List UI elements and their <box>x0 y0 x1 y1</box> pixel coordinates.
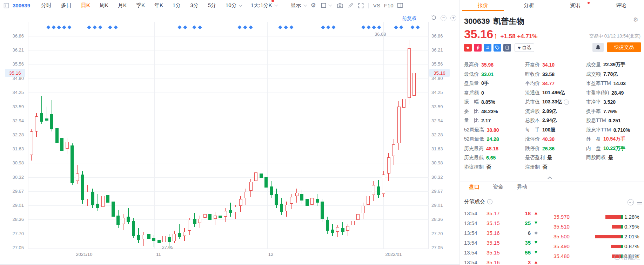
quote-field-label: 52周最低 <box>464 136 484 142</box>
period-tab-月K[interactable]: 月K <box>118 2 127 9</box>
quote-field-label: 股息TTM <box>586 117 606 124</box>
f10-button[interactable]: F10 <box>384 2 394 8</box>
candle <box>408 48 411 98</box>
subtab-异动[interactable]: 异动 <box>517 184 527 195</box>
period-tab-分时[interactable]: 分时 <box>41 2 52 9</box>
candle <box>137 235 140 240</box>
subtab-盘口[interactable]: 盘口 <box>469 184 479 195</box>
panel-tab-报价[interactable]: 报价 <box>460 0 506 11</box>
period-tab-季K[interactable]: 季K <box>136 2 145 9</box>
period-tab-多日[interactable]: 多日 <box>61 2 72 9</box>
candle <box>76 174 79 181</box>
display-dropdown[interactable]: 显示 <box>291 2 306 9</box>
x-axis-label: 2021/10 <box>76 252 93 257</box>
panel-tab-分析[interactable]: 分析 <box>506 0 552 11</box>
price-adjust-mode[interactable]: 前复权 <box>402 15 417 22</box>
quote-field-label: 成交量 <box>586 62 601 68</box>
candle <box>362 206 365 213</box>
toolbar-divider <box>246 3 246 8</box>
quote-field: 协议控制否 <box>464 163 499 172</box>
y-axis-label: 31.63 <box>431 146 453 151</box>
stock-code-toolbar[interactable]: 300639 <box>13 2 30 8</box>
panel-settings-gear-icon[interactable]: ⚙ <box>633 16 638 23</box>
quick-trade-button[interactable]: 快捷交易 <box>607 42 641 52</box>
more-options-icon[interactable] <box>628 199 634 205</box>
quote-field: 平均价34.77 <box>525 79 569 88</box>
quote-field: 盘后量0手 <box>464 79 499 88</box>
quote-field-value: 101.496亿 <box>542 90 565 96</box>
h-gridline <box>28 219 429 220</box>
y-axis-label: 29.01 <box>431 203 453 208</box>
candle <box>356 214 360 219</box>
layout-select-icon[interactable] <box>321 3 331 8</box>
draw-pencil-icon[interactable] <box>348 3 353 8</box>
quote-field-value: 7.78亿 <box>603 71 618 77</box>
candlestick-chart[interactable]: 36.8636.8636.2136.2135.5635.5634.9034.90… <box>0 11 459 265</box>
undo-icon[interactable] <box>431 15 437 21</box>
add-watchlist-button[interactable]: ♥ 自选 <box>515 43 534 52</box>
window-layout-icon[interactable] <box>4 3 9 8</box>
y-axis-label: 32.28 <box>431 132 453 137</box>
h-gridline <box>28 205 429 206</box>
side-panel-toggle-icon[interactable] <box>397 3 403 8</box>
candle <box>321 202 324 219</box>
cn-market-flag-icon: ★ <box>464 44 472 52</box>
volume-bar-buy-tip <box>621 225 623 229</box>
h-gridline <box>28 248 429 248</box>
chevron-down-icon <box>328 3 332 7</box>
vs-compare-button[interactable]: VS <box>373 2 381 8</box>
compare-interval-dropdown[interactable]: 1天:1分K <box>251 2 277 9</box>
level-percent: 0.87% <box>624 243 639 249</box>
quote-field-value: 48.23% <box>481 109 498 114</box>
subtab-资金[interactable]: 资金 <box>493 184 503 195</box>
screenshot-camera-icon[interactable] <box>337 3 343 8</box>
zoom-in-icon[interactable]: + <box>450 15 456 21</box>
x-axis-label: 12 <box>268 252 273 257</box>
period-tab-日K[interactable]: 日K <box>81 2 90 9</box>
alert-bell-button[interactable] <box>592 43 604 52</box>
period-tab-3分[interactable]: 3分 <box>190 2 198 9</box>
divider <box>460 195 644 195</box>
period-tab-1分[interactable]: 1分 <box>173 2 181 9</box>
tick-volume: 35 <box>511 240 531 246</box>
price-up-arrow-icon: ↑ <box>494 31 498 40</box>
quote-field-label: 协议控制 <box>464 164 484 170</box>
candle <box>40 113 43 122</box>
list-view-icon[interactable] <box>637 200 642 205</box>
zoom-out-icon[interactable]: − <box>441 15 447 21</box>
quote-field: 涨停价40.30 <box>525 135 569 144</box>
panel-tab-资讯[interactable]: 资讯 <box>552 0 598 11</box>
period-tab-10分[interactable]: 10分 <box>226 2 241 9</box>
period-tab-年K[interactable]: 年K <box>154 2 163 9</box>
info-icon[interactable]: i <box>487 199 492 204</box>
tick-volume: 3 <box>511 259 531 265</box>
chevron-down-icon <box>239 3 242 7</box>
fullscreen-expand-icon[interactable] <box>358 3 364 8</box>
candle <box>341 228 344 231</box>
tick-direction-icon <box>531 241 541 244</box>
quote-field-value: 0.251 <box>609 118 621 123</box>
candle <box>382 175 385 194</box>
candle <box>147 234 150 239</box>
chart-settings-gear-icon[interactable]: ⚙ <box>311 2 316 8</box>
h-gridline <box>28 36 429 36</box>
tick-trades-list[interactable]: 13:5435.171813:5435.152513:5435.16613:54… <box>464 208 556 265</box>
period-tab-5分[interactable]: 5分 <box>208 2 216 9</box>
candle <box>183 232 186 236</box>
more-detail-icon[interactable] <box>564 100 569 105</box>
panel-tab-评论[interactable]: 评论 <box>598 0 644 11</box>
candle <box>377 186 380 195</box>
h-gridline <box>28 64 429 64</box>
collapse-grid-button[interactable] <box>548 175 551 182</box>
period-tab-周K[interactable]: 周K <box>100 2 108 9</box>
quote-field-value: 100股 <box>542 127 555 133</box>
tick-direction-icon <box>531 261 541 264</box>
price-annotation: 36.68 <box>375 32 386 37</box>
quote-field-label: 昨收价 <box>525 71 540 77</box>
quote-field-value: 26.86 <box>542 146 555 151</box>
candle <box>229 210 232 213</box>
tick-price: 35.17 <box>487 210 511 216</box>
y-axis-label: 34.25 <box>2 90 24 95</box>
x-axis-label: 11 <box>156 252 161 257</box>
level2-lightning-icon <box>474 44 482 52</box>
